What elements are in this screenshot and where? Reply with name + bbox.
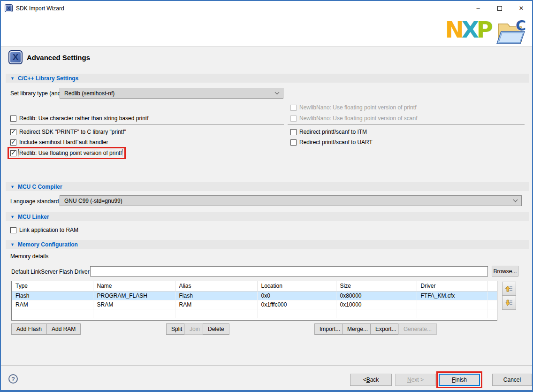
- maximize-button[interactable]: [489, 1, 510, 15]
- column-header-location[interactable]: Location: [257, 281, 336, 291]
- help-icon: ?: [11, 376, 15, 383]
- section-memory-configuration[interactable]: ▼ Memory Configuration: [6, 240, 529, 249]
- checkbox-label: Redlib: Use character rather than string…: [19, 115, 148, 122]
- generate-button: Generate...: [398, 323, 437, 335]
- move-up-icon: [505, 284, 513, 293]
- collapse-icon: ▼: [10, 184, 15, 189]
- checkbox-redlib-float-printf[interactable]: Redlib: Use floating point version of pr…: [10, 150, 122, 156]
- close-icon: ✕: [519, 5, 524, 12]
- app-x-icon: X: [5, 4, 13, 12]
- nxp-logo: NXP: [445, 18, 491, 41]
- checkbox-label: NewlibNano: Use floating point version o…: [299, 104, 416, 111]
- checkbox-box: [10, 139, 16, 146]
- dialog-content: X Advanced Settings ▼ C/C++ Library Sett…: [1, 47, 532, 365]
- add-ram-button[interactable]: Add RAM: [46, 323, 81, 335]
- section-library-settings[interactable]: ▼ C/C++ Library Settings: [6, 74, 529, 83]
- column-header-name[interactable]: Name: [93, 281, 175, 291]
- checkbox-box: [290, 115, 297, 122]
- label-fragment: <: [363, 377, 366, 383]
- column-header-filler: [487, 281, 497, 291]
- section-mcu-linker[interactable]: ▼ MCU Linker: [6, 212, 529, 221]
- window-title: SDK Import Wizard: [16, 5, 64, 12]
- checkbox-label: Redlib: Use floating point version of pr…: [19, 150, 122, 156]
- delete-button[interactable]: Delete: [203, 323, 229, 335]
- checkbox-box: [290, 105, 297, 111]
- language-standard-label: Language standard: [10, 198, 59, 205]
- checkbox-label: NewlibNano: Use floating point version o…: [299, 115, 417, 122]
- nxp-letter-x: X: [462, 16, 477, 43]
- flash-driver-input[interactable]: [90, 266, 488, 277]
- checkbox-box: [10, 129, 16, 135]
- move-down-button[interactable]: [502, 296, 516, 310]
- memory-details-label: Memory details: [10, 253, 48, 260]
- browse-button[interactable]: Browse...: [492, 266, 518, 277]
- chevron-down-icon: [513, 198, 518, 202]
- checkbox-semihost-hardfault[interactable]: Include semihost HardFault handler: [10, 139, 108, 146]
- label-fragment: ext >: [411, 377, 424, 383]
- finish-button[interactable]: Finish: [439, 374, 480, 386]
- checkbox-label: Include semihost HardFault handler: [19, 139, 108, 146]
- cell-size[interactable]: 0x80000: [336, 291, 417, 300]
- cancel-button[interactable]: Cancel: [492, 374, 532, 386]
- cell-location[interactable]: 0x1fffc000: [257, 300, 336, 309]
- checkbox-link-app-ram[interactable]: Link application to RAM: [10, 227, 78, 233]
- checkbox-newlibnano-float-scanf[interactable]: NewlibNano: Use floating point version o…: [290, 115, 417, 122]
- cell-alias[interactable]: RAM: [175, 300, 257, 309]
- library-type-value: Redlib (semihost-nf): [64, 90, 114, 97]
- checkbox-label: Link application to RAM: [19, 227, 78, 233]
- label-fragment: inish: [455, 377, 467, 383]
- table-row-flash[interactable]: Flash PROGRAM_FLASH Flash 0x0 0x80000 FT…: [12, 291, 497, 300]
- section-mcu-c-compiler[interactable]: ▼ MCU C Compiler: [6, 182, 529, 191]
- language-standard-value: GNU C99 (-std=gnu99): [64, 198, 122, 204]
- checkbox-box: [290, 139, 297, 146]
- page-title: Advanced Settings: [27, 54, 90, 61]
- library-type-dropdown[interactable]: Redlib (semihost-nf): [60, 88, 283, 99]
- table-header-row: Type Name Alias Location Size Driver: [12, 281, 497, 291]
- maximize-icon: [497, 6, 502, 11]
- import-button[interactable]: Import...: [314, 323, 345, 335]
- help-button[interactable]: ?: [8, 374, 18, 384]
- section-title: MCU Linker: [18, 214, 49, 220]
- cell-type[interactable]: RAM: [12, 300, 93, 309]
- next-button: Next >: [395, 374, 436, 386]
- checkbox-box: [10, 150, 16, 156]
- cell-driver[interactable]: FTFA_KM.cfx: [417, 291, 487, 300]
- checkbox-redlib-char-printf[interactable]: Redlib: Use character rather than string…: [10, 115, 148, 122]
- checkbox-redirect-itm[interactable]: Redirect printf/scanf to ITM: [290, 129, 367, 135]
- nxp-letter-n: N: [445, 16, 462, 43]
- checkbox-box: [10, 115, 16, 122]
- column-header-driver[interactable]: Driver: [417, 281, 487, 291]
- checkbox-redirect-uart[interactable]: Redirect printf/scanf to UART: [290, 139, 373, 146]
- advanced-settings-x-icon: X: [8, 50, 23, 64]
- cell-name[interactable]: SRAM: [93, 300, 175, 309]
- back-button[interactable]: < Back: [350, 374, 392, 386]
- move-up-button[interactable]: [502, 282, 516, 296]
- table-row-empty: [12, 309, 497, 318]
- merge-button[interactable]: Merge...: [342, 323, 373, 335]
- close-button[interactable]: ✕: [510, 1, 532, 15]
- cell-name[interactable]: PROGRAM_FLASH: [93, 291, 175, 300]
- language-standard-dropdown[interactable]: GNU C99 (-std=gnu99): [60, 195, 522, 206]
- checkbox-redirect-sdk-printf[interactable]: Redirect SDK "PRINTF" to C library "prin…: [10, 129, 126, 135]
- join-button: Join: [184, 323, 205, 335]
- minimize-button[interactable]: –: [467, 1, 489, 15]
- add-flash-button[interactable]: Add Flash: [11, 323, 47, 335]
- page-header: X Advanced Settings: [8, 50, 90, 64]
- flash-driver-label: Default LinkServer Flash Driver: [11, 269, 90, 275]
- column-header-size[interactable]: Size: [336, 281, 417, 291]
- cell-type[interactable]: Flash: [12, 291, 93, 300]
- cell-driver[interactable]: [417, 300, 487, 309]
- export-button[interactable]: Export...: [370, 323, 402, 335]
- label-fragment: ack: [370, 377, 379, 383]
- column-header-type[interactable]: Type: [12, 281, 93, 291]
- cell-size[interactable]: 0x10000: [336, 300, 417, 309]
- annotation-box-redlib-float: Redlib: Use floating point version of pr…: [8, 147, 126, 159]
- checkbox-label: Redirect printf/scanf to UART: [299, 139, 373, 146]
- cell-location[interactable]: 0x0: [257, 291, 336, 300]
- cell-alias[interactable]: Flash: [175, 291, 257, 300]
- column-header-alias[interactable]: Alias: [175, 281, 257, 291]
- collapse-icon: ▼: [10, 76, 15, 81]
- checkbox-newlibnano-float-printf[interactable]: NewlibNano: Use floating point version o…: [290, 104, 416, 111]
- table-row-ram[interactable]: RAM SRAM RAM 0x1fffc000 0x10000: [12, 300, 497, 309]
- collapse-icon: ▼: [10, 215, 15, 219]
